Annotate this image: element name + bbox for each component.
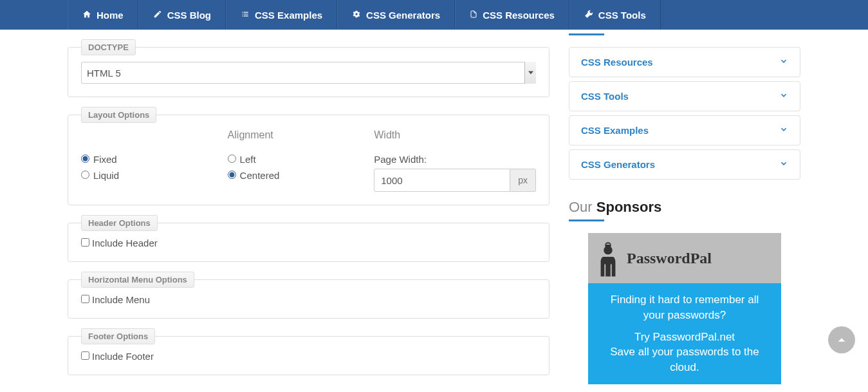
footer-fieldset: Footer Options Include Footer xyxy=(68,328,549,375)
footer-legend: Footer Options xyxy=(81,328,155,344)
nav-blog[interactable]: CSS Blog xyxy=(138,0,226,30)
page-width-label: Page Width: xyxy=(374,154,536,165)
accordion-tools[interactable]: CSS Tools xyxy=(569,81,800,111)
chevron-down-icon xyxy=(779,91,788,102)
nav-examples-label: CSS Examples xyxy=(255,10,322,21)
file-icon xyxy=(470,10,477,21)
doctype-select[interactable]: HTML 5 xyxy=(81,62,536,84)
radio-left[interactable]: Left xyxy=(228,154,256,165)
include-header-checkbox[interactable]: Include Header xyxy=(81,238,158,248)
main-navbar: Home CSS Blog CSS Examples CSS Generator… xyxy=(0,0,868,30)
sidebar: CSS Resources CSS Tools CSS Examples CSS… xyxy=(569,30,800,392)
scroll-to-top-button[interactable] xyxy=(828,326,855,353)
person-silhouette-icon xyxy=(596,239,620,277)
ad-body: Finding it hard to remember all your pas… xyxy=(588,283,781,384)
nav-home-label: Home xyxy=(97,10,124,21)
nav-generators[interactable]: CSS Generators xyxy=(337,0,455,30)
nav-resources[interactable]: CSS Resources xyxy=(455,0,569,30)
accordion-generators[interactable]: CSS Generators xyxy=(569,149,800,180)
nav-examples[interactable]: CSS Examples xyxy=(226,0,337,30)
ad-header: PasswordPal xyxy=(588,233,781,283)
list-icon xyxy=(241,10,250,21)
home-icon xyxy=(82,10,91,21)
wrench-icon xyxy=(584,10,593,21)
chevron-down-icon xyxy=(779,125,788,136)
accordion-examples[interactable]: CSS Examples xyxy=(569,115,800,145)
ad-brand: PasswordPal xyxy=(627,250,712,267)
doctype-fieldset: DOCTYPE HTML 5 xyxy=(68,39,549,97)
nav-tools-label: CSS Tools xyxy=(598,10,646,21)
menu-fieldset: Horizontal Menu Options Include Menu xyxy=(68,272,549,319)
radio-liquid[interactable]: Liquid xyxy=(81,170,119,181)
ad-url: www.passwordpal.net xyxy=(588,384,781,392)
accordion-resources[interactable]: CSS Resources xyxy=(569,47,800,77)
header-legend: Header Options xyxy=(81,215,158,231)
prev-title-underline xyxy=(569,33,604,35)
nav-blog-label: CSS Blog xyxy=(167,10,211,21)
layout-fieldset: Layout Options Fixed Liquid Alignment Le… xyxy=(68,107,549,205)
gear-icon xyxy=(352,10,361,21)
page-width-unit: px xyxy=(510,169,536,192)
header-fieldset: Header Options Include Header xyxy=(68,215,549,262)
doctype-legend: DOCTYPE xyxy=(81,39,136,55)
chevron-down-icon xyxy=(779,159,788,170)
alignment-heading: Alignment xyxy=(228,129,362,142)
radio-fixed[interactable]: Fixed xyxy=(81,154,117,165)
nav-resources-label: CSS Resources xyxy=(483,10,555,21)
pencil-icon xyxy=(153,10,162,21)
chevron-up-icon xyxy=(836,335,847,345)
layout-type-heading xyxy=(81,129,215,142)
chevron-down-icon xyxy=(779,57,788,68)
layout-legend: Layout Options xyxy=(81,107,156,123)
main-form-area: DOCTYPE HTML 5 Layout Options Fixed Liqu… xyxy=(68,30,549,392)
sponsors-title: Our Sponsors xyxy=(569,199,800,216)
menu-legend: Horizontal Menu Options xyxy=(81,272,194,288)
nav-tools[interactable]: CSS Tools xyxy=(569,0,661,30)
sponsor-ad[interactable]: PasswordPal Finding it hard to remember … xyxy=(588,233,781,392)
page-width-input[interactable] xyxy=(374,169,510,192)
radio-centered[interactable]: Centered xyxy=(228,170,280,181)
nav-generators-label: CSS Generators xyxy=(366,10,440,21)
include-footer-checkbox[interactable]: Include Footer xyxy=(81,351,154,362)
nav-home[interactable]: Home xyxy=(68,0,138,30)
sponsors-underline xyxy=(569,219,604,221)
width-heading: Width xyxy=(374,129,536,142)
include-menu-checkbox[interactable]: Include Menu xyxy=(81,294,150,305)
